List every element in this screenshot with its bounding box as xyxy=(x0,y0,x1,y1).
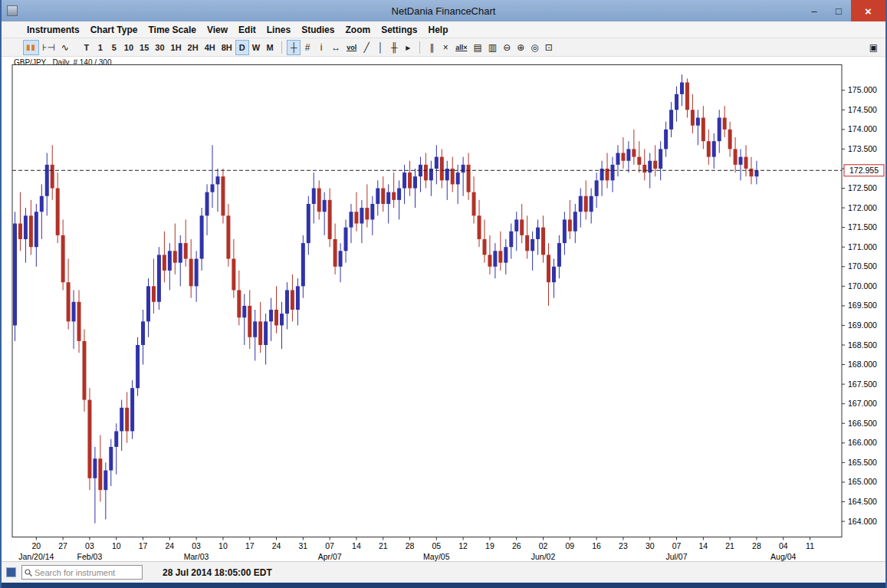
svg-text:Jun/02: Jun/02 xyxy=(531,552,556,561)
parallel-channel-tool-icon[interactable]: ╫ xyxy=(387,40,401,55)
title-bar[interactable]: NetDania FinanceChart – □ × xyxy=(2,0,885,21)
timeframe-button-daily[interactable]: D xyxy=(235,40,249,55)
svg-text:27: 27 xyxy=(58,541,67,550)
timeframe-button-15m[interactable]: 15 xyxy=(136,40,152,55)
chart-properties-icon[interactable]: ⊡ xyxy=(542,40,556,55)
ohlc-chart-icon[interactable]: ⊦⊣ xyxy=(39,40,58,55)
menu-instruments[interactable]: Instruments xyxy=(21,23,85,37)
timeframe-button-1h[interactable]: 1H xyxy=(168,40,185,55)
svg-text:174.500: 174.500 xyxy=(848,105,877,114)
menu-chart-type[interactable]: Chart Type xyxy=(85,23,143,37)
svg-text:07: 07 xyxy=(672,541,682,550)
svg-text:168.500: 168.500 xyxy=(848,340,877,350)
minimize-button[interactable]: – xyxy=(802,0,826,21)
menu-view[interactable]: View xyxy=(202,23,233,37)
timeframe-button-30m[interactable]: 30 xyxy=(152,40,167,55)
timeframe-button-10m[interactable]: 10 xyxy=(121,40,136,55)
print-preview-icon[interactable]: ▥ xyxy=(485,40,500,55)
candlestick-chart-icon[interactable]: ▮▮ xyxy=(23,40,39,55)
vertical-line-tool-icon[interactable]: │ xyxy=(373,40,387,55)
svg-text:28: 28 xyxy=(406,541,415,550)
svg-text:Mar/03: Mar/03 xyxy=(184,552,209,561)
zoom-in-icon[interactable]: ⊕ xyxy=(514,40,527,55)
print-icon[interactable]: ▤ xyxy=(470,40,485,55)
svg-text:14: 14 xyxy=(352,541,361,550)
menu-edit[interactable]: Edit xyxy=(233,23,261,37)
menu-help[interactable]: Help xyxy=(422,23,453,37)
instrument-panel-button[interactable] xyxy=(6,567,16,577)
chart-area[interactable]: 175.000174.500174.000173.500173.000172.5… xyxy=(2,64,887,561)
timeframe-button-5m[interactable]: 5 xyxy=(107,40,121,55)
pointer-tool-icon[interactable]: ▸ xyxy=(401,40,415,55)
svg-text:Apr/07: Apr/07 xyxy=(318,552,342,561)
svg-text:14: 14 xyxy=(698,541,708,550)
search-box[interactable] xyxy=(21,565,143,580)
info-icon[interactable]: i xyxy=(314,40,328,55)
menu-zoom[interactable]: Zoom xyxy=(340,23,376,37)
menu-time-scale[interactable]: Time Scale xyxy=(143,23,201,37)
maximize-button[interactable]: □ xyxy=(826,0,851,21)
svg-text:19: 19 xyxy=(485,541,494,550)
grid-icon[interactable]: # xyxy=(301,40,314,55)
svg-text:Feb/03: Feb/03 xyxy=(77,552,103,561)
svg-text:May/05: May/05 xyxy=(423,552,450,561)
svg-text:11: 11 xyxy=(806,541,814,550)
svg-text:165.000: 165.000 xyxy=(848,477,877,486)
zoom-reset-icon[interactable]: ◎ xyxy=(527,40,541,55)
svg-text:05: 05 xyxy=(432,541,441,550)
crosshair-icon[interactable]: ┼ xyxy=(287,40,301,55)
svg-text:04: 04 xyxy=(779,541,788,550)
svg-text:171.500: 171.500 xyxy=(848,222,877,232)
svg-text:16: 16 xyxy=(592,541,601,550)
svg-text:172.000: 172.000 xyxy=(848,203,877,212)
svg-text:175.000: 175.000 xyxy=(848,85,877,94)
timeframe-button-4h[interactable]: 4H xyxy=(202,40,218,55)
search-input[interactable] xyxy=(34,566,140,579)
svg-text:24: 24 xyxy=(272,541,281,550)
svg-text:Aug/04: Aug/04 xyxy=(770,552,796,561)
svg-text:12: 12 xyxy=(458,541,468,550)
svg-text:Jul/07: Jul/07 xyxy=(666,552,688,561)
delete-line-icon[interactable]: × xyxy=(439,40,452,55)
svg-text:02: 02 xyxy=(539,541,548,550)
svg-text:167.000: 167.000 xyxy=(848,399,877,408)
panel-icon[interactable]: ▣ xyxy=(866,40,881,55)
delete-all-lines-icon[interactable]: all× xyxy=(452,40,470,55)
timeframe-button-8h[interactable]: 8H xyxy=(218,40,235,55)
svg-text:164.000: 164.000 xyxy=(848,517,877,526)
timeframe-button-tick[interactable]: T xyxy=(80,40,94,55)
volume-icon[interactable]: vol xyxy=(343,40,360,55)
menu-settings[interactable]: Settings xyxy=(376,23,422,37)
horizontal-scroll-icon[interactable]: ↔ xyxy=(328,40,343,55)
close-button[interactable]: × xyxy=(851,0,885,21)
menu-lines[interactable]: Lines xyxy=(261,23,296,37)
timeframe-button-2h[interactable]: 2H xyxy=(185,40,202,55)
svg-text:167.500: 167.500 xyxy=(848,379,877,389)
trendline-tool-icon[interactable]: ╱ xyxy=(360,40,373,55)
svg-text:170.500: 170.500 xyxy=(848,261,877,271)
svg-text:21: 21 xyxy=(725,541,734,550)
search-icon xyxy=(25,569,33,577)
svg-text:165.500: 165.500 xyxy=(848,458,877,467)
candlestick-chart[interactable]: 175.000174.500174.000173.500173.000172.5… xyxy=(2,64,887,561)
line-chart-icon[interactable]: ∿ xyxy=(58,40,72,55)
svg-text:169.000: 169.000 xyxy=(848,320,877,330)
timeframe-button-monthly[interactable]: M xyxy=(263,40,277,55)
svg-text:21: 21 xyxy=(379,541,388,550)
svg-text:173.500: 173.500 xyxy=(848,144,877,153)
svg-text:10: 10 xyxy=(112,541,121,550)
svg-text:168.000: 168.000 xyxy=(848,360,877,369)
app-window: NetDania FinanceChart – □ × Instruments … xyxy=(0,0,887,588)
svg-text:03: 03 xyxy=(85,541,94,550)
timeframe-button-weekly[interactable]: W xyxy=(249,40,263,55)
svg-text:09: 09 xyxy=(565,541,574,550)
svg-text:31: 31 xyxy=(298,541,307,550)
svg-text:07: 07 xyxy=(325,541,334,550)
timeframe-button-1m[interactable]: 1 xyxy=(94,40,107,55)
parallel-lines-icon[interactable]: ∥ xyxy=(425,40,439,55)
zoom-out-icon[interactable]: ⊖ xyxy=(500,40,514,55)
svg-text:169.500: 169.500 xyxy=(848,301,877,310)
menu-studies[interactable]: Studies xyxy=(296,23,340,37)
last-update-timestamp: 28 Jul 2014 18:05:00 EDT xyxy=(163,567,272,578)
svg-text:23: 23 xyxy=(619,541,628,550)
